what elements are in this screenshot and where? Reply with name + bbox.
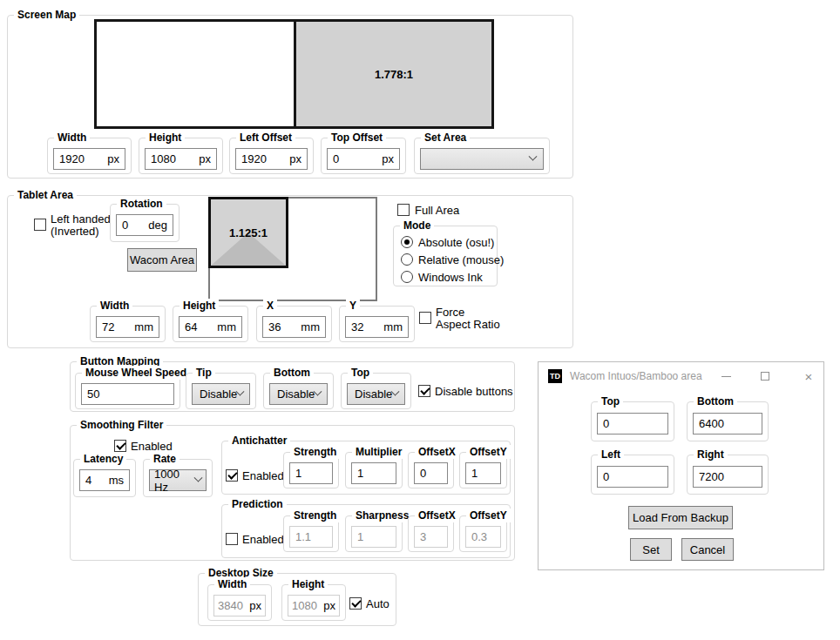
mode-radio-absolute[interactable] <box>401 236 413 248</box>
tablet-height-unit: mm <box>217 320 236 333</box>
tablet-x-group: X 36 mm <box>256 306 332 342</box>
antichatter-strength-input[interactable]: 1 <box>289 462 333 484</box>
close-button[interactable]: × <box>794 362 823 390</box>
tip-label: Tip <box>193 366 215 380</box>
minimize-button[interactable] <box>711 362 741 390</box>
tip-dropdown[interactable]: Disable <box>192 383 250 405</box>
prediction-offsety-label: OffsetY <box>466 509 511 522</box>
desktop-width-value: 3840 <box>218 599 243 612</box>
mouse-wheel-speed-group: Mouse Wheel Speed 50 <box>75 373 180 409</box>
screen-height-group: Height 1080 px <box>139 138 223 174</box>
antichatter-offsetx-input[interactable]: 0 <box>414 462 448 484</box>
desktop-auto-checkbox[interactable] <box>349 597 362 610</box>
prediction-offsety-input[interactable]: 0.3 <box>465 526 501 548</box>
dialog-titlebar[interactable]: TD Wacom Intuos/Bamboo area × <box>539 362 823 390</box>
bottom-button-dropdown[interactable]: Disable <box>269 383 328 405</box>
area-top-value: 0 <box>603 417 609 430</box>
tablet-width-value: 72 <box>102 320 114 333</box>
rate-label: Rate <box>150 452 180 466</box>
tablet-height-input[interactable]: 64 mm <box>179 316 242 338</box>
set-area-dropdown[interactable] <box>420 148 544 170</box>
prediction-offsetx-input[interactable]: 3 <box>414 526 448 548</box>
tablet-area-title: Tablet Area <box>14 188 77 202</box>
screen-width-input[interactable]: 1920 px <box>53 148 125 170</box>
prediction-enabled-checkbox[interactable] <box>226 533 238 545</box>
rotation-group: Rotation 0 deg <box>110 204 180 242</box>
tablet-width-unit: mm <box>134 320 153 333</box>
latency-label: Latency <box>80 452 126 466</box>
screen-map-monitor-right[interactable]: 1.778:1 <box>294 19 494 129</box>
desktop-width-group: Width 3840 px <box>207 584 272 621</box>
prediction-offsetx-value: 3 <box>420 530 426 543</box>
screen-height-value: 1080 <box>151 152 176 165</box>
area-top-label: Top <box>598 394 623 408</box>
set-button[interactable]: Set <box>630 538 672 561</box>
desktop-width-input: 3840 px <box>213 595 266 616</box>
area-bottom-value: 6400 <box>699 417 724 430</box>
antichatter-enabled-checkbox[interactable] <box>226 469 238 482</box>
rate-group: Rate 1000 Hz <box>143 459 213 497</box>
prediction-enabled-label: Enabled <box>242 533 284 546</box>
rate-dropdown[interactable]: 1000 Hz <box>149 469 207 491</box>
tablet-height-group: Height 64 mm <box>173 306 248 342</box>
cancel-button[interactable]: Cancel <box>681 538 734 561</box>
load-from-backup-button[interactable]: Load From Backup <box>628 506 733 529</box>
left-offset-label: Left Offset <box>236 131 295 145</box>
force-aspect-checkbox[interactable] <box>419 312 431 324</box>
area-top-input[interactable]: 0 <box>597 413 668 435</box>
prediction-offsetx-label: OffsetX <box>415 509 459 522</box>
antichatter-offsety-group: OffsetY 1 <box>459 452 507 488</box>
mode-radio-relative[interactable] <box>401 253 413 266</box>
screen-width-label: Width <box>54 131 90 145</box>
prediction-strength-group: Strength 1.1 <box>283 515 339 552</box>
mouse-wheel-speed-input[interactable]: 50 <box>81 383 174 405</box>
prediction-strength-input[interactable]: 1.1 <box>289 526 333 548</box>
chevron-down-icon <box>236 387 245 396</box>
wacom-area-dialog: TD Wacom Intuos/Bamboo area × Top 0 Bott… <box>538 361 824 570</box>
top-button-dropdown[interactable]: Disable <box>347 383 405 405</box>
left-handed-checkbox[interactable] <box>34 219 46 231</box>
antichatter-offsety-input[interactable]: 1 <box>465 462 501 484</box>
chevron-down-icon <box>391 387 400 396</box>
mode-label-windows-ink: Windows Ink <box>418 271 483 284</box>
bottom-button-group: Bottom Disable <box>263 373 334 409</box>
disable-buttons-checkbox[interactable] <box>418 385 430 397</box>
rotation-input[interactable]: 0 deg <box>116 214 173 236</box>
top-offset-group: Top Offset 0 px <box>321 138 406 174</box>
mouse-wheel-speed-label: Mouse Wheel Speed <box>82 366 190 380</box>
area-left-input[interactable]: 0 <box>597 466 668 488</box>
left-offset-input[interactable]: 1920 px <box>235 148 308 170</box>
left-handed-label-line1: Left handed <box>51 212 111 226</box>
antichatter-multiplier-input[interactable]: 1 <box>351 462 396 484</box>
antichatter-offsetx-group: OffsetX 0 <box>408 452 454 488</box>
maximize-icon <box>761 372 769 381</box>
desktop-auto-label: Auto <box>366 597 390 610</box>
top-offset-unit: px <box>382 152 394 165</box>
area-bottom-input[interactable]: 6400 <box>693 413 762 435</box>
prediction-offsetx-group: OffsetX 3 <box>408 515 454 552</box>
tablet-width-label: Width <box>97 299 132 313</box>
antichatter-title: Antichatter <box>228 434 290 448</box>
antichatter-strength-label: Strength <box>290 445 340 459</box>
mode-label-relative: Relative (mouse) <box>418 253 504 266</box>
tablet-width-input[interactable]: 72 mm <box>96 316 159 338</box>
mode-title: Mode <box>400 219 434 232</box>
tablet-x-label: X <box>263 299 277 313</box>
area-right-input[interactable]: 7200 <box>693 466 762 488</box>
prediction-sharpness-input[interactable]: 1 <box>351 526 396 548</box>
screen-map-monitor-left[interactable] <box>94 19 296 129</box>
tablet-active-area[interactable]: 1.125:1 <box>208 197 288 268</box>
wacom-area-button[interactable]: Wacom Area <box>127 248 197 272</box>
smoothing-enabled-checkbox[interactable] <box>114 440 126 452</box>
mode-radio-windows-ink[interactable] <box>401 271 413 283</box>
full-area-checkbox[interactable] <box>397 204 410 216</box>
latency-input[interactable]: 4 ms <box>79 469 130 491</box>
full-area-label: Full Area <box>415 204 459 217</box>
maximize-button[interactable] <box>750 362 780 390</box>
rotation-unit: deg <box>148 219 167 232</box>
tablet-y-input[interactable]: 32 mm <box>345 316 409 338</box>
tablet-x-input[interactable]: 36 mm <box>262 316 326 338</box>
screen-height-input[interactable]: 1080 px <box>145 148 217 170</box>
prediction-offsety-value: 0.3 <box>471 530 487 543</box>
top-offset-input[interactable]: 0 px <box>327 148 400 170</box>
